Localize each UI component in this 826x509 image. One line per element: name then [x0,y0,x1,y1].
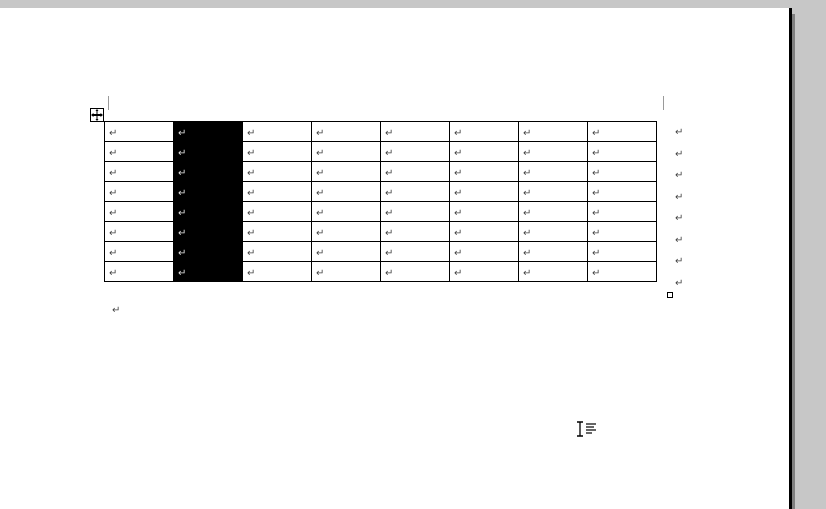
table-cell[interactable]: ↵ [381,202,450,222]
table-cell[interactable]: ↵ [450,182,519,202]
table-cell[interactable]: ↵ [450,262,519,282]
table-cell[interactable]: ↵ [381,142,450,162]
table-cell[interactable]: ↵ [105,142,174,162]
cell-paragraph-mark: ↵ [592,187,600,198]
table-cell[interactable]: ↵ [381,262,450,282]
row-end-marks: ↵↵↵↵↵↵↵↵ [675,121,683,293]
table-cell[interactable]: ↵ [105,262,174,282]
table-cell[interactable]: ↵ [381,182,450,202]
cell-paragraph-mark: ↵ [109,127,117,138]
table-cell[interactable]: ↵ [312,142,381,162]
table-cell[interactable]: ↵ [174,202,243,222]
table-cell[interactable]: ↵ [312,182,381,202]
table-cell[interactable]: ↵ [450,162,519,182]
table-cell[interactable]: ↵ [450,122,519,142]
table-cell[interactable]: ↵ [519,142,588,162]
table-cell[interactable]: ↵ [381,222,450,242]
cell-paragraph-mark: ↵ [523,147,531,158]
cell-paragraph-mark: ↵ [247,227,255,238]
table-cell[interactable]: ↵ [243,142,312,162]
table-cell[interactable]: ↵ [519,182,588,202]
cell-paragraph-mark: ↵ [178,247,186,258]
table-cell[interactable]: ↵ [243,182,312,202]
table-cell[interactable]: ↵ [105,222,174,242]
table-cell[interactable]: ↵ [312,242,381,262]
table-cell[interactable]: ↵ [174,262,243,282]
cell-paragraph-mark: ↵ [109,167,117,178]
table-cell[interactable]: ↵ [243,162,312,182]
table-cell[interactable]: ↵ [450,222,519,242]
table-cell[interactable]: ↵ [174,162,243,182]
cell-paragraph-mark: ↵ [247,147,255,158]
table-cell[interactable]: ↵ [174,142,243,162]
cell-paragraph-mark: ↵ [523,187,531,198]
cell-paragraph-mark: ↵ [454,247,462,258]
table-cell[interactable]: ↵ [450,242,519,262]
cell-paragraph-mark: ↵ [247,247,255,258]
table-cell[interactable]: ↵ [519,162,588,182]
table-cell[interactable]: ↵ [312,222,381,242]
table-cell[interactable]: ↵ [381,122,450,142]
cell-paragraph-mark: ↵ [523,127,531,138]
table-cell[interactable]: ↵ [105,182,174,202]
table-cell[interactable]: ↵ [243,242,312,262]
cell-paragraph-mark: ↵ [454,167,462,178]
table-cell[interactable]: ↵ [105,162,174,182]
cell-paragraph-mark: ↵ [316,127,324,138]
table-cell[interactable]: ↵ [243,202,312,222]
table-cell[interactable]: ↵ [381,242,450,262]
table-cell[interactable]: ↵ [312,122,381,142]
table-cell[interactable]: ↵ [588,162,657,182]
table-cell[interactable]: ↵ [450,202,519,222]
table-cell[interactable]: ↵ [588,142,657,162]
cell-paragraph-mark: ↵ [385,247,393,258]
table-cell[interactable]: ↵ [381,162,450,182]
cell-paragraph-mark: ↵ [592,267,600,278]
table-cell[interactable]: ↵ [519,202,588,222]
document-page[interactable]: ↵↵↵↵↵↵↵↵↵↵↵↵↵↵↵↵↵↵↵↵↵↵↵↵↵↵↵↵↵↵↵↵↵↵↵↵↵↵↵↵… [0,8,792,509]
table-cell[interactable]: ↵ [312,202,381,222]
cell-paragraph-mark: ↵ [523,227,531,238]
table-cell[interactable]: ↵ [174,122,243,142]
table-cell[interactable]: ↵ [312,262,381,282]
table-cell[interactable]: ↵ [105,122,174,142]
table-cell[interactable]: ↵ [105,242,174,262]
table-cell[interactable]: ↵ [588,182,657,202]
cell-paragraph-mark: ↵ [109,147,117,158]
table-cell[interactable]: ↵ [450,142,519,162]
table-row: ↵↵↵↵↵↵↵↵ [105,162,657,182]
table-cell[interactable]: ↵ [174,242,243,262]
cell-paragraph-mark: ↵ [178,127,186,138]
table-cell[interactable]: ↵ [519,242,588,262]
cell-paragraph-mark: ↵ [523,167,531,178]
table-cell[interactable]: ↵ [588,222,657,242]
table-cell[interactable]: ↵ [519,122,588,142]
table-cell[interactable]: ↵ [588,122,657,142]
table-row: ↵↵↵↵↵↵↵↵ [105,222,657,242]
cell-paragraph-mark: ↵ [109,267,117,278]
cell-paragraph-mark: ↵ [385,147,393,158]
cell-paragraph-mark: ↵ [385,207,393,218]
table-cell[interactable]: ↵ [519,222,588,242]
cell-paragraph-mark: ↵ [316,267,324,278]
table-cell[interactable]: ↵ [105,202,174,222]
table-cell[interactable]: ↵ [243,122,312,142]
table-resize-handle[interactable] [667,292,673,298]
table-cell[interactable]: ↵ [243,222,312,242]
table-cell[interactable]: ↵ [588,202,657,222]
document-table[interactable]: ↵↵↵↵↵↵↵↵↵↵↵↵↵↵↵↵↵↵↵↵↵↵↵↵↵↵↵↵↵↵↵↵↵↵↵↵↵↵↵↵… [104,121,657,282]
table-cell[interactable]: ↵ [588,242,657,262]
table-cell[interactable]: ↵ [588,262,657,282]
table-cell[interactable]: ↵ [312,162,381,182]
cell-paragraph-mark: ↵ [385,167,393,178]
cell-paragraph-mark: ↵ [247,167,255,178]
table-row: ↵↵↵↵↵↵↵↵ [105,242,657,262]
table-row: ↵↵↵↵↵↵↵↵ [105,202,657,222]
cell-paragraph-mark: ↵ [247,207,255,218]
table-cell[interactable]: ↵ [519,262,588,282]
cell-paragraph-mark: ↵ [109,227,117,238]
table-cell[interactable]: ↵ [174,182,243,202]
table-cell[interactable]: ↵ [174,222,243,242]
table-move-handle[interactable] [90,108,104,122]
table-cell[interactable]: ↵ [243,262,312,282]
